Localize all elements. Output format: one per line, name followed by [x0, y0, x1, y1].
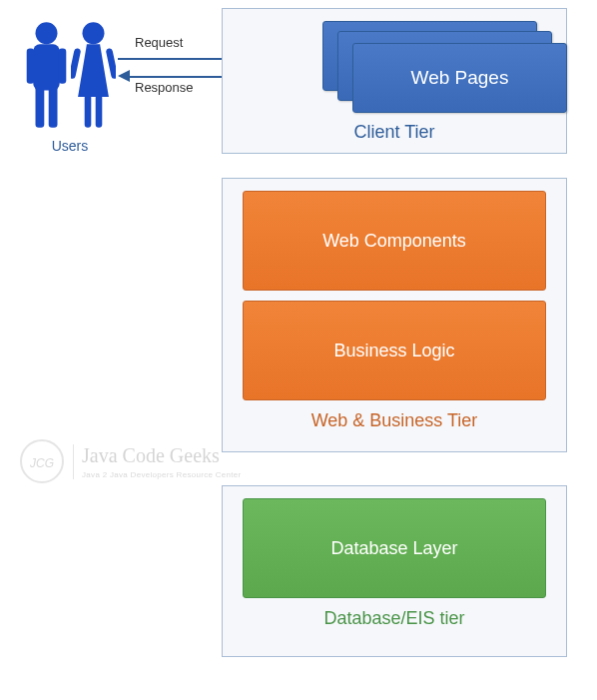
- svg-point-6: [83, 22, 105, 44]
- person-male-icon: [24, 20, 69, 130]
- users-section: Users: [10, 20, 130, 154]
- svg-rect-10: [96, 95, 103, 128]
- response-label: Response: [135, 80, 194, 95]
- client-tier-box: Web Pages Client Tier: [222, 8, 567, 154]
- web-pages-label: Web Pages: [411, 67, 509, 89]
- database-layer-box: Database Layer: [243, 498, 546, 598]
- request-label: Request: [135, 35, 183, 50]
- database-layer-label: Database Layer: [330, 538, 457, 559]
- web-components-label: Web Components: [322, 231, 466, 252]
- business-logic-label: Business Logic: [333, 341, 454, 361]
- svg-rect-2: [27, 49, 35, 84]
- web-business-tier-box: Web Components Business Logic Web & Busi…: [222, 178, 567, 452]
- watermark-subtitle: Java 2 Java Developers Resource Center: [82, 470, 241, 479]
- users-icon: [10, 20, 130, 130]
- watermark-logo-icon: JCG: [20, 439, 64, 483]
- svg-rect-3: [59, 49, 67, 84]
- web-pages-card-front: Web Pages: [352, 43, 567, 113]
- web-business-tier-label: Web & Business Tier: [243, 410, 546, 431]
- watermark-title: Java Code Geeks: [82, 444, 220, 466]
- watermark: JCG Java Code Geeks Java 2 Java Develope…: [20, 439, 242, 483]
- svg-rect-5: [49, 86, 58, 128]
- person-female-icon: [71, 20, 116, 130]
- svg-rect-9: [85, 95, 92, 128]
- client-tier-label: Client Tier: [243, 122, 546, 143]
- svg-rect-8: [106, 48, 116, 79]
- svg-point-0: [36, 22, 58, 44]
- svg-rect-4: [36, 86, 45, 128]
- svg-rect-1: [33, 44, 59, 90]
- database-tier-label: Database/EIS tier: [243, 608, 546, 629]
- users-label: Users: [10, 138, 130, 154]
- database-tier-box: Database Layer Database/EIS tier: [222, 485, 567, 657]
- response-arrow-head: [118, 70, 130, 82]
- web-pages-stack: Web Pages: [283, 21, 546, 116]
- business-logic-box: Business Logic: [243, 301, 546, 400]
- svg-rect-7: [71, 48, 81, 79]
- web-components-box: Web Components: [243, 191, 546, 291]
